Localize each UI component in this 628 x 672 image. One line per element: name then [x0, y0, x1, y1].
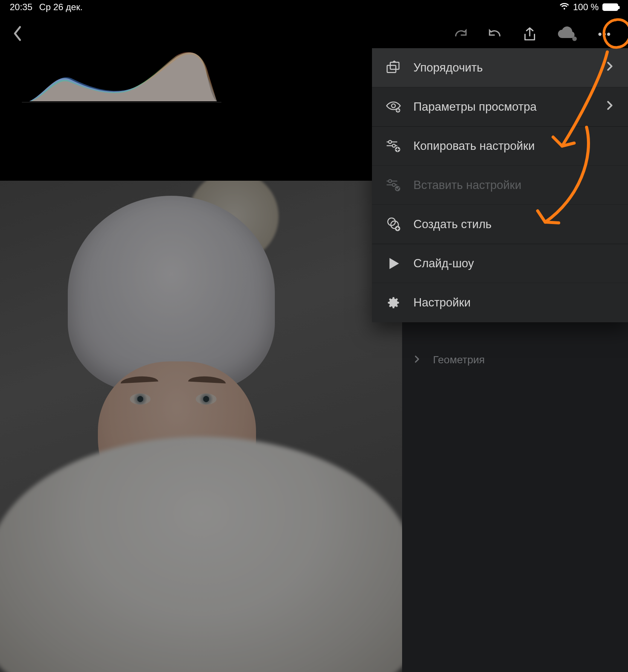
- panel-geometry[interactable]: Геометрия: [402, 342, 628, 378]
- more-options-button[interactable]: [596, 26, 612, 42]
- histogram: [22, 50, 221, 102]
- svg-point-2: [603, 33, 606, 36]
- menu-paste-settings: Вставить настройки: [372, 166, 628, 205]
- dim-overlay: [0, 181, 402, 672]
- sliders-paste-icon: [386, 177, 401, 193]
- menu-settings-label: Настройки: [413, 296, 471, 309]
- gear-icon: [386, 295, 401, 311]
- menu-copy-settings-label: Копировать настройки: [413, 139, 535, 153]
- chevron-right-icon: [606, 100, 613, 114]
- menu-slideshow-label: Слайд-шоу: [413, 257, 474, 270]
- svg-point-1: [598, 33, 601, 36]
- status-time: 20:35: [10, 2, 32, 12]
- undo-button[interactable]: [487, 26, 503, 42]
- svg-point-12: [392, 183, 395, 186]
- eye-icon: [386, 99, 401, 115]
- svg-point-9: [392, 144, 395, 147]
- panel-geometry-label: Геометрия: [433, 354, 485, 366]
- organize-icon: [386, 60, 401, 76]
- more-options-menu: Упорядочить Параметры просмотра Копирова…: [372, 48, 628, 322]
- battery-icon: [602, 3, 618, 11]
- status-bar: 20:35 Ср 26 дек. 100 %: [0, 0, 628, 14]
- chevron-right-icon: [606, 61, 613, 75]
- menu-view-options[interactable]: Параметры просмотра: [372, 87, 628, 126]
- status-battery-text: 100 %: [573, 2, 599, 12]
- svg-point-8: [389, 140, 392, 143]
- menu-paste-settings-label: Вставить настройки: [413, 178, 521, 192]
- menu-view-options-label: Параметры просмотра: [413, 100, 537, 114]
- chevron-right-icon: [414, 354, 422, 366]
- menu-organize[interactable]: Упорядочить: [372, 48, 628, 87]
- svg-point-6: [392, 104, 395, 108]
- wifi-icon: [559, 2, 569, 12]
- svg-point-3: [607, 33, 610, 36]
- sliders-copy-icon: [386, 138, 401, 154]
- top-toolbar: [0, 20, 628, 48]
- share-button[interactable]: [522, 26, 538, 42]
- create-preset-icon: [386, 216, 401, 232]
- cloud-sync-icon[interactable]: [556, 26, 578, 42]
- menu-create-style[interactable]: Создать стиль: [372, 205, 628, 244]
- menu-organize-label: Упорядочить: [413, 61, 483, 75]
- svg-point-11: [389, 180, 392, 183]
- play-icon: [386, 256, 401, 271]
- menu-create-style-label: Создать стиль: [413, 218, 492, 231]
- menu-settings[interactable]: Настройки: [372, 283, 628, 322]
- photo-preview[interactable]: [0, 181, 402, 672]
- svg-point-14: [388, 218, 395, 226]
- menu-copy-settings[interactable]: Копировать настройки: [372, 126, 628, 166]
- status-date: Ср 26 дек.: [39, 2, 82, 12]
- svg-point-0: [572, 37, 577, 41]
- menu-slideshow[interactable]: Слайд-шоу: [372, 244, 628, 283]
- redo-button[interactable]: [453, 26, 468, 42]
- back-button[interactable]: [12, 26, 23, 43]
